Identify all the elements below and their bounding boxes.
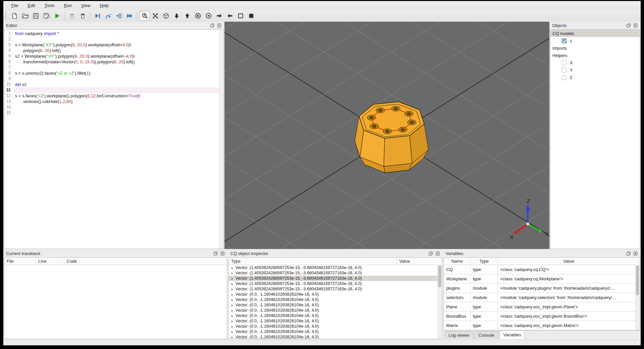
expand-arrow-icon[interactable]: ▸ [231, 293, 233, 296]
inspector-row[interactable]: ▸Vector: (1.4053924288597253e-15, -3.680… [229, 276, 442, 281]
inspector-row[interactable]: ▸Vector: (0.0, -1.1604610293826104e-16, … [229, 297, 442, 302]
expand-arrow-icon[interactable]: ▸ [231, 266, 233, 270]
expand-arrow-icon[interactable]: ▸ [231, 277, 233, 280]
tree-item-s[interactable]: s [550, 37, 640, 44]
code-line-6[interactable]: 6····.transformed(rotate=Vector(0, 0, 15… [4, 59, 223, 65]
inspector-row[interactable]: ▸Vector: (0.0, -1.1604610293826104e-16, … [229, 334, 442, 339]
traceback-close-icon[interactable] [220, 251, 225, 256]
variables-col-type[interactable]: Type [471, 258, 498, 265]
code-line-5[interactable]: 5s2 = Workplane("XY").polygon(8, 20.0).w… [4, 53, 223, 59]
expand-arrow-icon[interactable]: ▸ [231, 325, 233, 328]
inspector-col-value[interactable]: Value [397, 258, 442, 265]
inspector-col-type[interactable]: Type [229, 258, 397, 265]
zoom-fit-icon[interactable] [139, 11, 150, 21]
continue-icon[interactable] [124, 11, 135, 21]
code-line-11[interactable]: 11 [4, 87, 223, 93]
variable-row-plugins[interactable]: pluginsmodule<module 'cadquery.plugins' … [444, 284, 640, 293]
checkbox-unchecked[interactable] [562, 60, 567, 65]
expand-arrow-icon[interactable]: ▸ [231, 319, 233, 323]
expand-arrow-icon[interactable]: ▸ [231, 271, 233, 275]
menu-help[interactable]: Help [97, 2, 112, 9]
tree-item-z[interactable]: Z [550, 74, 640, 81]
step-into-icon[interactable] [114, 11, 124, 21]
fit-all-icon[interactable] [150, 11, 161, 21]
checkbox-unchecked[interactable] [562, 68, 567, 73]
checkbox-unchecked[interactable] [562, 75, 567, 80]
editor-float-icon[interactable] [209, 23, 215, 28]
menu-edit[interactable]: Edit [24, 2, 38, 9]
inspector-row[interactable]: ▸Vector: (0.0, -1.1604610293826104e-16, … [229, 318, 442, 324]
tree-item-cq-models[interactable]: CQ models [550, 30, 640, 37]
menu-run[interactable]: Run [61, 2, 75, 9]
inspector-row[interactable]: ▸Vector: (1.4053924288597253e-15, -3.680… [229, 281, 442, 286]
menu-file[interactable]: File [8, 2, 22, 9]
iso-view-icon[interactable] [161, 11, 171, 21]
delete-all-icon[interactable] [77, 11, 88, 21]
variable-row-selectors[interactable]: selectorsmodule<module 'cadquery.selecto… [444, 293, 640, 302]
expand-arrow-icon[interactable]: ▸ [231, 287, 233, 291]
variable-row-plane[interactable]: Planetype<class 'cadquery.occ_impl.geom.… [444, 302, 640, 312]
inspector-row[interactable]: ▸Vector: (1.4053924288597253e-15, -3.680… [229, 286, 442, 292]
variables-close-icon[interactable] [633, 251, 638, 256]
inspector-row[interactable]: ▸Vector: (0.0, -1.1604610293826104e-16, … [229, 292, 442, 297]
inspector-row[interactable]: ▸Vector: (0.0, -1.1604610293826104e-16, … [229, 329, 442, 334]
step-over-icon[interactable] [103, 11, 114, 21]
front-view-icon[interactable] [192, 11, 203, 21]
expand-arrow-icon[interactable]: ▸ [231, 330, 233, 334]
tab-variables[interactable]: Variables [499, 330, 525, 339]
expand-arrow-icon[interactable]: ▸ [231, 309, 233, 312]
right-view-icon[interactable] [224, 11, 235, 21]
code-line-4[interactable]: 4····.polygon(8, 20).loft() [4, 48, 223, 53]
code-editor[interactable]: 1from cadquery import *23s = Workplane("… [4, 30, 223, 249]
variable-row-workplane[interactable]: Workplanetype<class 'cadquery.cq.Workpla… [444, 274, 640, 284]
inspector-row[interactable]: ▸Vector: (0.0, -1.1604610293826104e-16, … [229, 313, 442, 318]
inspector-float-icon[interactable] [428, 251, 433, 256]
top-view-icon[interactable] [171, 11, 182, 21]
code-line-3[interactable]: 3s = Workplane("XY").polygon(8, 20.0).wo… [4, 42, 223, 48]
expand-arrow-icon[interactable]: ▸ [231, 335, 233, 339]
variable-row-matrix[interactable]: Matrixtype<class 'cadquery.occ_impl.geom… [444, 321, 640, 330]
code-line-13[interactable]: 13····.vertices().cskHole(1,2,60) [4, 99, 223, 104]
variables-col-value[interactable]: Value [498, 258, 640, 265]
variable-row-boundbox[interactable]: BoundBoxtype<class 'cadquery.occ_impl.ge… [444, 312, 640, 321]
inspector-close-icon[interactable] [435, 251, 440, 256]
objects-close-icon[interactable] [633, 23, 638, 28]
expand-arrow-icon[interactable]: ▸ [231, 314, 233, 318]
traceback-col-file[interactable]: File [4, 258, 36, 265]
delete-object-icon[interactable] [67, 11, 77, 21]
code-line-10[interactable]: 10del s2 [4, 82, 223, 87]
objects-float-icon[interactable] [626, 23, 631, 28]
code-line-2[interactable]: 2 [4, 36, 223, 42]
render-run-icon[interactable] [52, 11, 62, 21]
tree-item-helpers[interactable]: Helpers [550, 52, 640, 59]
open-file-icon[interactable] [20, 11, 30, 21]
checkbox-checked[interactable] [562, 38, 567, 43]
resize-grip[interactable] [635, 341, 640, 345]
save-icon[interactable] [30, 11, 41, 21]
expand-arrow-icon[interactable]: ▸ [231, 303, 233, 307]
shaded-icon[interactable] [246, 11, 256, 21]
traceback-col-line[interactable]: Line [36, 258, 64, 265]
code-line-12[interactable]: 12s = s.faces('>Z').workplane().polygon(… [4, 93, 223, 99]
editor-scrollbar[interactable] [219, 30, 223, 249]
toolbar-drag-handle[interactable] [5, 12, 7, 19]
inspector-scrollbar[interactable] [438, 265, 442, 339]
tree-item-y[interactable]: Y [550, 66, 640, 74]
save-as-icon[interactable] [41, 11, 52, 21]
traceback-float-icon[interactable] [213, 251, 218, 256]
expand-arrow-icon[interactable]: ▸ [231, 298, 233, 302]
inspector-row[interactable]: ▸Vector: (1.4053924288597253e-15, -3.680… [229, 270, 442, 276]
variables-col-name[interactable]: Name [444, 258, 471, 265]
variables-scrollbar[interactable] [635, 265, 640, 330]
new-file-icon[interactable] [9, 11, 20, 21]
tab-console[interactable]: Console [475, 331, 498, 339]
bottom-view-icon[interactable] [182, 11, 192, 21]
code-line-15[interactable]: 15 [4, 110, 223, 116]
back-view-icon[interactable] [203, 11, 214, 21]
editor-close-icon[interactable] [216, 23, 222, 28]
inspector-row[interactable]: ▸Vector: (1.4053924288597253e-15, -3.680… [229, 265, 442, 270]
code-line-7[interactable]: 7 [4, 65, 223, 70]
tree-item-x[interactable]: X [550, 59, 640, 66]
inspector-row[interactable]: ▸Vector: (0.0, -1.1604610293826104e-16, … [229, 308, 442, 313]
menu-view[interactable]: View [78, 2, 94, 9]
